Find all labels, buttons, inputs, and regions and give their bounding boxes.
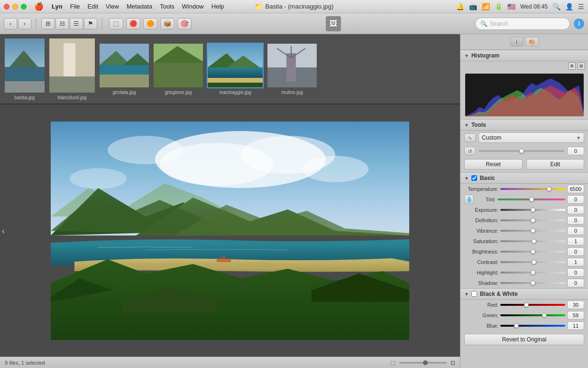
thumb-label-bastia: bastia.jpg [15, 95, 35, 100]
blue-slider[interactable] [500, 325, 565, 327]
bw-title: Black & White [480, 291, 518, 297]
titlebar-right: 🔔 📺 📶 🔋 🇺🇸 Wed 08:45 🔍 👤 ☰ [456, 3, 584, 10]
grid-view-button[interactable]: ⊞ [41, 18, 55, 29]
color-tab[interactable]: 🎨 [525, 37, 539, 47]
exposure-label: Exposure: [464, 207, 498, 213]
nav-forward-button[interactable]: › [18, 18, 31, 29]
tint-value[interactable]: 0 [567, 195, 584, 204]
basic-section-header[interactable]: ▼ Basic [460, 172, 588, 184]
filmstrip: bastia.jpg blancdunil.jpg [0, 34, 460, 104]
crop-tool-button[interactable]: ⤡ [464, 133, 476, 142]
shadow-value[interactable]: 0 [567, 279, 584, 287]
rotation-slider[interactable] [478, 150, 564, 152]
search-icon[interactable]: 🔍 [552, 3, 560, 10]
green-slider[interactable] [500, 314, 565, 316]
app-name-menu[interactable]: Lyn [48, 2, 66, 11]
bw-section: Red: 30 Green: 59 Blue: 11 [460, 300, 588, 331]
histogram-section-header[interactable]: ▼ Histogram [460, 50, 588, 61]
saturation-label: Saturation: [464, 238, 498, 244]
preset-selector[interactable]: Custom ▼ [478, 132, 584, 143]
window-menu[interactable]: Window [179, 2, 207, 11]
vibrance-thumb [531, 228, 535, 233]
prev-photo-button[interactable]: ‹ [2, 226, 5, 236]
list-view-button[interactable]: ☰ [70, 18, 83, 29]
tint-slider[interactable] [497, 198, 565, 200]
zoom-slider[interactable] [399, 362, 447, 364]
preset-chevron-icon: ▼ [576, 135, 581, 141]
right-panel: i 🎨 ▼ Histogram ⚙ ⊞ [460, 34, 588, 368]
thumbnail-bastia[interactable]: bastia.jpg [4, 38, 46, 100]
brightness-value[interactable]: 0 [567, 247, 584, 256]
histogram-settings-button[interactable]: ⚙ [568, 62, 576, 70]
saturation-value[interactable]: 1 [567, 237, 584, 245]
search-bar[interactable]: 🔍 Search [475, 18, 570, 30]
edit-button[interactable]: Edit [526, 159, 585, 170]
thumbnail-macinaggio[interactable]: macinaggio.jpg [207, 43, 264, 95]
edit-menu[interactable]: Edit [84, 2, 101, 11]
thumbnail-grisgione[interactable]: grisgione.jpg [153, 43, 204, 95]
highlight-slider[interactable] [500, 272, 565, 274]
info-button[interactable]: i [574, 19, 584, 29]
toolbar: ‹ › ⊞ ⊟ ☰ ⚑ ⬚ 🔴 🟠 📦 🎯 🖼 🔍 Search i [0, 13, 588, 34]
flag-view-button[interactable]: ⚑ [84, 18, 97, 29]
shadow-slider[interactable] [500, 282, 565, 284]
rotation-value[interactable]: 0 [567, 147, 584, 155]
help-menu[interactable]: Help [208, 2, 228, 11]
dropbox-button[interactable]: 📦 [160, 18, 175, 29]
tools-menu[interactable]: Tools [156, 2, 177, 11]
menu-icon[interactable]: ☰ [578, 3, 584, 10]
thumb-label-mulino: mulino.jpg [281, 90, 303, 95]
definition-slider[interactable] [500, 219, 565, 221]
photo-preview-button[interactable]: 🖼 [326, 16, 341, 31]
rotation-icon-button[interactable]: ↺ [464, 147, 476, 155]
vibrance-value[interactable]: 0 [567, 226, 584, 235]
green-value[interactable]: 59 [567, 311, 584, 320]
contrast-value[interactable]: 1 [567, 258, 584, 266]
nav-back-button[interactable]: ‹ [4, 18, 17, 29]
extra-button[interactable]: 🎯 [177, 18, 192, 29]
minimize-button[interactable] [12, 4, 18, 9]
metadata-menu[interactable]: Metadata [123, 2, 156, 11]
photos-button[interactable]: 🟠 [143, 18, 157, 29]
info-tab[interactable]: i [510, 37, 524, 47]
exposure-value[interactable]: 0 [567, 206, 584, 214]
notification-icon[interactable]: 🔔 [456, 3, 464, 10]
highlight-value[interactable]: 0 [567, 268, 584, 277]
compare-view-button[interactable]: ⊟ [55, 18, 69, 29]
bw-checkbox[interactable] [471, 291, 477, 297]
thumbnail-blancdunil[interactable]: blancdunil.jpg [48, 38, 96, 100]
histogram-expand-button[interactable]: ⊞ [578, 62, 585, 70]
contrast-slider[interactable] [500, 261, 565, 263]
file-menu[interactable]: File [67, 2, 83, 11]
nav-forward-icon: › [24, 20, 26, 27]
user-icon[interactable]: 👤 [565, 3, 573, 10]
tools-section-header[interactable]: ▼ Tools [460, 119, 588, 131]
preset-row: ⤡ Custom ▼ [460, 131, 588, 145]
temperature-value[interactable]: 6500 [567, 185, 584, 193]
wifi-icon[interactable]: 📶 [482, 3, 490, 10]
battery-icon[interactable]: 🔋 [495, 3, 503, 10]
reset-button[interactable]: Reset [464, 159, 523, 170]
blue-value[interactable]: 11 [567, 321, 584, 330]
red-slider[interactable] [500, 304, 565, 306]
saturation-slider[interactable] [500, 240, 565, 242]
bw-section-header[interactable]: ▼ Black & White [460, 288, 588, 300]
airplay-icon[interactable]: 📺 [469, 3, 477, 10]
brightness-slider[interactable] [500, 251, 565, 253]
temperature-slider[interactable] [500, 188, 565, 190]
exposure-slider[interactable] [500, 209, 565, 211]
selection-tool-button[interactable]: ⬚ [109, 18, 123, 29]
revert-button[interactable]: Revert to Original [464, 334, 584, 345]
thumbnail-mulino[interactable]: mulino.jpg [266, 43, 318, 95]
eyedropper-button[interactable]: 💧 [464, 195, 474, 204]
thumbnail-girolata[interactable]: girolata.jpg [99, 43, 150, 95]
faces-tool-button[interactable]: 🔴 [126, 18, 140, 29]
close-button[interactable] [4, 4, 9, 9]
basic-checkbox[interactable] [471, 175, 477, 181]
maximize-button[interactable] [21, 4, 27, 9]
definition-value[interactable]: 0 [567, 216, 584, 225]
vibrance-slider[interactable] [500, 230, 565, 232]
apple-menu[interactable]: 🍎 [30, 2, 47, 11]
red-value[interactable]: 30 [567, 301, 584, 309]
view-menu[interactable]: View [102, 2, 122, 11]
